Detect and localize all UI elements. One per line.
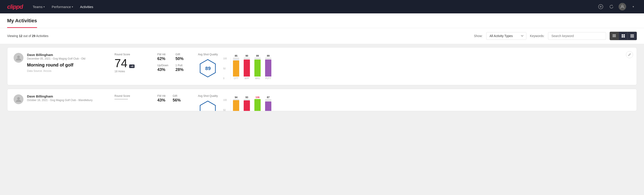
- search-input[interactable]: [548, 32, 606, 40]
- refresh-icon[interactable]: [608, 3, 615, 10]
- svg-rect-10: [624, 36, 625, 38]
- activity-date: December 05, 2021 - Gog Magog Golf Club …: [27, 57, 107, 60]
- activity-title: Morning round of golf: [27, 62, 107, 68]
- shot-quality-score: 89: [205, 66, 211, 72]
- user-menu-chevron-icon[interactable]: ▾: [630, 3, 637, 10]
- bar-arg: 89 ARG: [252, 54, 263, 80]
- bar-ott: 85 OTT: [231, 54, 242, 80]
- svg-rect-11: [630, 34, 634, 35]
- add-activity-icon[interactable]: [597, 3, 604, 10]
- fw-hit-label: FW Hit: [157, 94, 166, 98]
- svg-marker-18: [200, 101, 215, 111]
- fw-hit-label: FW Hit: [157, 53, 168, 56]
- bar-putt: 89 PUTT: [263, 54, 274, 80]
- nav-teams[interactable]: Teams ▾: [30, 3, 47, 10]
- view-toggle: [610, 32, 637, 40]
- bar2-putt: 87 PUTT: [263, 96, 274, 111]
- user-avatar[interactable]: [618, 3, 626, 10]
- shot-quality-section: Avg Shot Quality 89 100: [198, 53, 310, 80]
- bar-app: 90 APP: [242, 54, 252, 80]
- svg-point-17: [17, 97, 20, 100]
- page-title-bar: My Activities: [0, 14, 644, 28]
- activity-card: Dave Billingham October 16, 2021 - Gog M…: [7, 89, 637, 111]
- gir-label: GIR: [176, 53, 184, 56]
- main-content: Dave Billingham December 05, 2021 - Gog …: [0, 44, 644, 195]
- stats-section: FW Hit 62% Up/Down 43% GIR 50% 1 Putt: [157, 53, 191, 75]
- bar-app-fill: [244, 60, 250, 77]
- bar-putt-fill: [265, 60, 271, 76]
- shot-quality-section: Avg Shot Quality 100 50: [198, 94, 310, 111]
- score-holes: 18 Holes: [114, 70, 150, 73]
- fw-hit-value: 43%: [157, 98, 166, 103]
- keywords-label: Keywords:: [530, 34, 544, 38]
- shot-quality-hexagon: [198, 100, 218, 111]
- round-score-label: Round Score: [114, 53, 150, 56]
- viewing-count-text: Viewing 12 out of 29 Activities: [7, 34, 470, 38]
- chart-y-axis: 100 50 0: [223, 57, 227, 80]
- score-number: 74: [114, 57, 128, 69]
- card-left-section: Dave Billingham October 16, 2021 - Gog M…: [14, 94, 107, 104]
- score-display: [114, 99, 150, 100]
- svg-rect-12: [630, 35, 634, 36]
- round-score-section: Round Score: [114, 94, 150, 100]
- bar-putt-label: PUTT: [265, 77, 271, 80]
- score-display: 74 +4: [114, 57, 150, 69]
- avatar: [14, 94, 24, 104]
- filter-bar: Viewing 12 out of 29 Activities Show: Al…: [0, 28, 644, 44]
- score-diff-badge: +4: [129, 64, 135, 68]
- score-partial: [114, 99, 128, 100]
- shot-quality-chart: 100 50 0 85 OTT: [222, 57, 274, 80]
- bar-ott-wrapper: [233, 58, 239, 76]
- y-label-100: 100: [223, 57, 227, 60]
- bar2-arg: 106 ARG: [252, 96, 263, 111]
- main-nav: Teams ▾ Performance ▾ Activities: [30, 3, 590, 10]
- nav-performance[interactable]: Performance ▾: [49, 3, 76, 10]
- edit-button[interactable]: [626, 51, 633, 58]
- bar-app-label: APP: [244, 77, 249, 80]
- svg-rect-13: [630, 36, 634, 36]
- gir-value: 50%: [176, 56, 184, 61]
- performance-chevron-icon: ▾: [72, 6, 73, 8]
- activity-card: Dave Billingham December 05, 2021 - Gog …: [7, 47, 637, 85]
- svg-point-3: [622, 5, 623, 7]
- svg-rect-5: [612, 36, 616, 36]
- round-score-label: Round Score: [114, 94, 150, 98]
- view-grid-button[interactable]: [619, 32, 628, 40]
- one-putt-label: 1 Putt: [176, 64, 184, 67]
- bar-app-wrapper: [244, 58, 250, 76]
- view-full-list-button[interactable]: [628, 32, 637, 40]
- bar-app-value: 90: [246, 54, 248, 57]
- bar-ott-fill: [233, 60, 239, 76]
- svg-rect-9: [622, 36, 623, 38]
- svg-rect-7: [622, 34, 623, 36]
- page-title: My Activities: [7, 14, 37, 28]
- card-info: Dave Billingham October 16, 2021 - Gog M…: [27, 94, 107, 104]
- bar-arg-fill: [254, 60, 261, 76]
- one-putt-value: 28%: [176, 68, 184, 72]
- player-name: Dave Billingham: [27, 94, 107, 98]
- y-label-50: 50: [223, 68, 227, 70]
- activity-type-select[interactable]: All Activity Types: [486, 32, 526, 40]
- gir-stat: GIR 50%: [176, 53, 184, 61]
- nav-activities[interactable]: Activities: [78, 3, 96, 10]
- y-label-0: 0: [223, 77, 227, 80]
- bar-putt-value: 89: [267, 54, 270, 57]
- bar-putt-wrapper: [265, 58, 271, 76]
- card-left-section: Dave Billingham December 05, 2021 - Gog …: [14, 53, 107, 72]
- fw-hit-stat: FW Hit 62%: [157, 53, 168, 61]
- bar-arg-label: ARG: [255, 77, 260, 80]
- chart-y-axis-2: 100 50 0: [223, 99, 227, 111]
- avatar: [14, 53, 24, 63]
- svg-rect-6: [612, 36, 616, 37]
- show-label: Show:: [474, 34, 483, 38]
- view-compact-list-button[interactable]: [610, 32, 619, 40]
- data-source: Data Source: Arccos: [27, 70, 107, 72]
- up-down-label: Up/Down: [157, 64, 168, 67]
- stats-section: FW Hit 43% GIR 56%: [157, 94, 191, 105]
- logo[interactable]: clippd: [7, 3, 23, 10]
- shot-quality-chart-2: 100 50 0 94 OTT: [222, 99, 274, 111]
- gir-stat: GIR 56%: [173, 94, 181, 103]
- svg-rect-14: [630, 37, 634, 38]
- fw-hit-stat: FW Hit 43%: [157, 94, 166, 103]
- one-putt-stat: 1 Putt 28%: [176, 64, 184, 72]
